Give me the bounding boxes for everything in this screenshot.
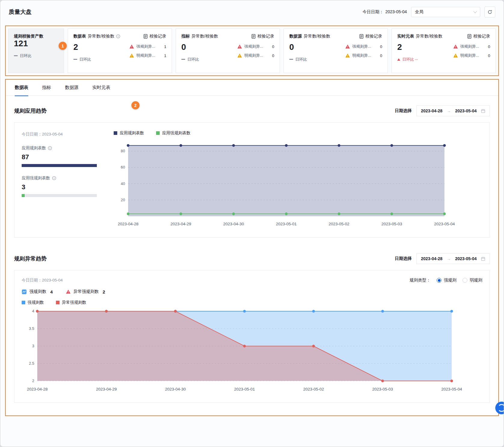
card-subtitle: 异常数/校验数 <box>88 34 114 39</box>
radio-checked-icon <box>437 278 441 283</box>
date-range-input[interactable]: 2023-04-28 → 2023-05-04 <box>416 105 490 116</box>
verify-record-link[interactable]: 校验记录 <box>251 34 274 39</box>
rule-anomaly-panel: 今日日期：2023-05-04 规则类型： 强规则 弱规则 <box>14 270 490 403</box>
quality-dashboard-page: 质量大盘 今日日期： 2023-05-04 全局 1 规则校验资产数 121 日… <box>0 0 504 447</box>
strong-anomaly-label: 强规则异... <box>136 44 155 49</box>
weak-anomaly-value: 0 <box>379 53 382 58</box>
info-icon[interactable] <box>48 146 52 150</box>
document-icon <box>467 34 472 39</box>
red-warning-icon <box>237 44 242 49</box>
svg-text:20: 20 <box>121 198 125 202</box>
trend-label: 日环比 <box>79 57 91 62</box>
flat-trend-icon <box>73 59 77 60</box>
weak-anomaly-value: 1 <box>163 53 166 58</box>
card-trend: 日环比 <box>289 57 307 62</box>
today-date: 今日日期： 2023-05-04 <box>362 9 407 15</box>
card-title: 指标 <box>181 34 190 39</box>
card-title: 实时元表 <box>397 34 414 39</box>
svg-text:60: 60 <box>121 165 125 169</box>
verify-record-link[interactable]: 校验记录 <box>467 34 490 39</box>
rule-apply-panel: 今日日期：2023-05-04 应用规则表数 87 应用强规则表数 3 <box>14 122 490 238</box>
card-title: 数据源 <box>289 34 302 39</box>
annotation-badge-2: 2 <box>131 101 140 109</box>
radio-label: 强规则 <box>444 278 456 283</box>
verify-record-link[interactable]: 校验记录 <box>359 34 382 39</box>
svg-text:2023-04-29: 2023-04-29 <box>96 387 117 391</box>
date-range-input[interactable]: 2023-04-28 → 2023-05-04 <box>416 253 490 264</box>
stat-card-data-table: 数据表 异常数/校验数 校验记录 2 日环比 <box>68 29 172 73</box>
flat-trend-icon <box>181 59 185 60</box>
legend-label: 强规则数 <box>28 300 44 305</box>
tab-data-source[interactable]: 数据源 <box>65 80 78 96</box>
today-date-label: 今日日期： <box>362 9 383 15</box>
red-warning-icon <box>66 289 71 294</box>
stat-label: 强规则数 <box>29 289 46 294</box>
weak-rule-anomaly-row: 弱规则异... 0 <box>237 53 274 58</box>
rule-type-label: 规则类型： <box>410 278 431 283</box>
svg-text:2023-04-30: 2023-04-30 <box>223 222 244 226</box>
yellow-warning-icon <box>345 53 350 58</box>
svg-text:4: 4 <box>32 309 34 313</box>
weak-anomaly-label: 弱规则异... <box>136 53 155 58</box>
date-to: 2023-05-04 <box>455 256 477 261</box>
strong-rules-progress-bar <box>22 194 97 197</box>
panel-today-date: 今日日期：2023-05-04 <box>22 278 63 283</box>
strong-rule-anomaly-row: 强规则异... 0 <box>237 44 274 49</box>
rule-apply-trend-chart: 204060802023-04-282023-04-292023-04-3020… <box>114 138 459 229</box>
entity-tabs: 数据表 指标 数据源 实时元表 <box>6 80 498 96</box>
date-from: 2023-04-28 <box>421 256 443 261</box>
document-icon <box>251 34 256 39</box>
svg-text:2.5: 2.5 <box>29 361 34 366</box>
tab-metric[interactable]: 指标 <box>42 80 51 96</box>
strong-rule-anomaly-row: 强规则异... 0 <box>453 44 490 49</box>
svg-text:2023-05-04: 2023-05-04 <box>441 387 462 391</box>
card-title: 规则校验资产数 <box>14 34 43 39</box>
red-warning-icon <box>453 44 458 49</box>
strong-rule-anomaly-row: 强规则异... 0 <box>345 44 382 49</box>
info-icon[interactable] <box>52 176 56 180</box>
yellow-warning-icon <box>129 53 134 58</box>
radio-label: 弱规则 <box>470 278 482 283</box>
weak-anomaly-label: 弱规则异... <box>460 53 479 58</box>
stat-cards-region: 1 规则校验资产数 121 日环比 数据表 异常数/校验数 校验记录 <box>5 26 499 76</box>
document-icon <box>359 34 364 39</box>
tab-data-table[interactable]: 数据表 <box>15 80 28 96</box>
strong-anomaly-value: 0 <box>487 44 490 49</box>
radio-unchecked-icon <box>463 278 467 283</box>
legend-swatch-navy <box>114 131 117 135</box>
yellow-warning-icon <box>453 53 458 58</box>
trend-charts-region: 2 数据表 指标 数据源 实时元表 规则应用趋势 日期选择 2023-04-28… <box>5 79 499 416</box>
svg-text:2023-05-04: 2023-05-04 <box>434 222 455 226</box>
scope-select[interactable]: 全局 <box>411 7 480 17</box>
verify-record-link[interactable]: 校验记录 <box>143 34 166 39</box>
record-link-label: 校验记录 <box>257 34 274 39</box>
card-value: 121 <box>14 39 58 48</box>
svg-text:2023-04-28: 2023-04-28 <box>118 222 138 226</box>
metric-applied-rules-label: 应用规则表数 <box>22 145 46 151</box>
card-subtitle: 异常数/校验数 <box>192 34 218 39</box>
today-date-value: 2023-05-04 <box>385 9 407 15</box>
weak-anomaly-label: 弱规则异... <box>244 53 263 58</box>
svg-text:2023-04-29: 2023-04-29 <box>171 222 191 226</box>
strong-anomaly-label: 强规则异... <box>244 44 263 49</box>
svg-text:2023-05-01: 2023-05-01 <box>276 222 297 226</box>
trend-label: 日环比 <box>187 57 199 62</box>
applied-rules-progress-bar <box>22 164 97 167</box>
trend-label: 日环比 <box>295 57 307 62</box>
weak-rule-anomaly-row: 弱规则异... 0 <box>345 53 382 58</box>
radio-strong-rule[interactable]: 强规则 <box>437 278 456 283</box>
page-title: 质量大盘 <box>9 8 32 16</box>
card-trend: 日环比 <box>73 57 91 62</box>
strong-anomaly-label: 强规则异... <box>352 44 371 49</box>
red-warning-icon <box>345 44 350 49</box>
weak-rule-anomaly-row: 弱规则异... 1 <box>129 53 166 58</box>
weak-anomaly-value: 0 <box>487 53 490 58</box>
radio-weak-rule[interactable]: 弱规则 <box>463 278 482 283</box>
chart1-legend: 应用规则表数 应用强规则表数 <box>114 130 482 136</box>
tab-realtime-table[interactable]: 实时元表 <box>92 80 110 96</box>
chevron-down-icon <box>473 10 477 13</box>
refresh-button[interactable] <box>484 7 495 17</box>
legend-label: 异常强规则数 <box>62 300 86 305</box>
info-icon[interactable] <box>116 34 120 38</box>
weak-anomaly-label: 弱规则异... <box>352 53 371 58</box>
